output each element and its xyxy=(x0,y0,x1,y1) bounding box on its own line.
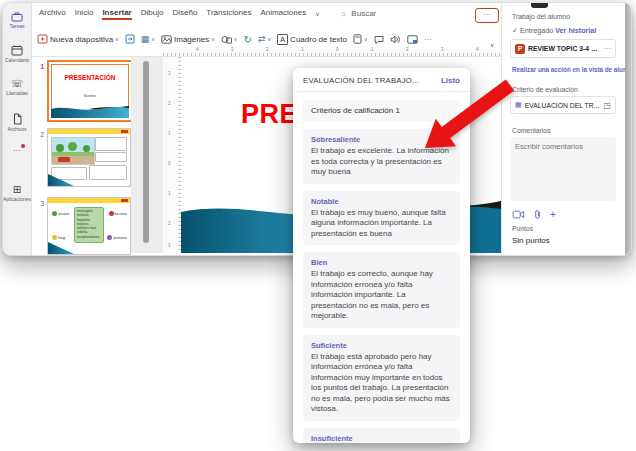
ribbon-more-button[interactable]: ··· xyxy=(475,8,499,23)
tab-inicio[interactable]: Inicio xyxy=(75,8,94,20)
briefcase-icon xyxy=(11,11,23,22)
chevron-down-icon: ∨ xyxy=(234,36,238,42)
table-icon: ▦ xyxy=(141,34,150,44)
textbox-icon: A xyxy=(277,34,288,45)
tab-dibujo[interactable]: Dibujo xyxy=(141,8,164,20)
vertical-scrollbar[interactable] xyxy=(143,61,149,243)
media-icon xyxy=(407,35,418,44)
thumb3-category-protozoa: protozoa xyxy=(107,235,127,240)
new-slide-button[interactable]: Nueva diapositiva∨ xyxy=(37,34,119,44)
phone-icon: ☏ xyxy=(11,79,24,89)
thumb2-textbox-2 xyxy=(95,152,127,162)
tab-animaciones[interactable]: Animaciones xyxy=(260,8,306,20)
reuse-slides-button[interactable] xyxy=(125,34,135,44)
comments-input[interactable] xyxy=(510,137,616,201)
search-placeholder: Buscar xyxy=(351,9,376,18)
thumb2-textbox-4 xyxy=(89,165,127,180)
points-label: Puntos xyxy=(512,225,533,232)
textbox-button[interactable]: A Cuadro de texto xyxy=(277,34,347,45)
header-footer-button[interactable]: ∨ xyxy=(353,34,368,44)
sidebar-item-label: Aplicaciones xyxy=(3,196,31,202)
sidebar-item-more[interactable]: ··· xyxy=(3,146,31,156)
panel-header-label: Trabajo del alumno xyxy=(512,13,570,20)
add-attachment-plus-icon[interactable]: + xyxy=(550,210,556,219)
calendar-icon xyxy=(11,45,23,56)
slide-thumbnail-1[interactable]: PRESENTACIÓN Nombre xyxy=(47,60,133,122)
file-more-button[interactable]: ··· xyxy=(604,45,611,52)
screen-recording-button[interactable] xyxy=(407,35,418,44)
more-apps-icon: ··· xyxy=(13,146,21,156)
insert-toolbar: Nueva diapositiva∨ ▦ ∨ Imágenes∨ ∨ ↻ ⇄ xyxy=(37,29,432,49)
rubric-level-bien[interactable]: Bien El trabajo es correcto, aunque hay … xyxy=(303,252,460,328)
thumb2-banner xyxy=(48,129,130,134)
sidebar-item-tareas[interactable]: Tareas xyxy=(3,11,31,29)
rubric-level-insuficiente[interactable]: Insuficiente xyxy=(303,428,460,444)
reuse-slides-icon xyxy=(125,34,135,44)
toolbar-more-button[interactable]: ··· xyxy=(424,35,432,44)
thumb2-illustration xyxy=(51,137,95,165)
slide-thumbnail-3[interactable]: meningitis malaria hepatitis tetanus ath… xyxy=(47,197,131,255)
student-view-action-link[interactable]: Realizar una acción en la vista de alumn… xyxy=(512,66,632,73)
ribbon-tabs: Archivo Inicio Insertar Dibujo Diseño Tr… xyxy=(39,8,320,20)
apps-grid-icon: ⊞ xyxy=(13,185,21,195)
vertical-ruler: 32 10 12 3 xyxy=(163,57,181,253)
comment-tools: + xyxy=(512,209,556,220)
thumb2-logo xyxy=(121,130,128,133)
shapes-button[interactable]: ∨ xyxy=(221,35,238,44)
video-camera-icon[interactable] xyxy=(512,210,525,219)
screenshot-stage: Tareas Calendario ☏ Llamadas Archivos ··… xyxy=(0,0,636,451)
slide-thumbnail-2[interactable] xyxy=(47,128,131,187)
submission-status: ✓ Entregado Ver historial xyxy=(512,26,596,35)
criteria-label: Criterio de evaluación xyxy=(512,86,578,93)
thumb2-textbox-1 xyxy=(95,137,127,151)
chevron-down-icon: ∨ xyxy=(115,36,119,42)
page-icon xyxy=(353,34,362,44)
smartart-icon: ⇄ xyxy=(258,34,266,44)
thumb3-category-fungi: fungi xyxy=(52,235,66,240)
horizontal-ruler: 43 21 01 23 4 xyxy=(163,47,501,56)
check-icon: ✓ xyxy=(512,26,518,35)
tab-archivo[interactable]: Archivo xyxy=(39,8,66,20)
sidebar-item-label: Tareas xyxy=(9,23,24,29)
sidebar-item-calendario[interactable]: Calendario xyxy=(3,45,31,63)
audio-button[interactable] xyxy=(390,35,401,44)
new-slide-icon xyxy=(37,34,48,44)
notification-dot xyxy=(21,144,25,148)
powerpoint-file-icon: P xyxy=(515,44,525,54)
sidebar-item-archivos[interactable]: Archivos xyxy=(3,113,31,132)
open-rubric-popout-icon[interactable]: ◳ xyxy=(603,101,611,110)
rubric-level-notable[interactable]: Notable El trabajo es muy bueno, aunque … xyxy=(303,191,460,246)
submitted-file-card[interactable]: P REVIEW TOPIC 3-4 SCI... ··· xyxy=(510,39,616,58)
rubric-criteria-box[interactable]: ▦ EVALUACIÓN DEL TR... ◳ xyxy=(510,96,616,114)
sidebar-item-aplicaciones[interactable]: ⊞ Aplicaciones xyxy=(3,185,31,202)
paperclip-icon[interactable] xyxy=(533,209,542,220)
view-history-link[interactable]: Ver historial xyxy=(555,26,596,35)
tab-diseno[interactable]: Diseño xyxy=(172,8,197,20)
thumb1-wave-graphic xyxy=(51,105,129,118)
images-button[interactable]: Imágenes∨ xyxy=(161,35,215,44)
file-name: REVIEW TOPIC 3-4 SCI... xyxy=(528,45,601,52)
top-handle xyxy=(531,3,548,8)
smartart-button[interactable]: ⇄ ∨ xyxy=(258,34,271,44)
file-icon xyxy=(12,113,23,125)
comment-button[interactable] xyxy=(374,35,384,44)
comment-icon xyxy=(374,35,384,44)
tab-insertar[interactable]: Insertar xyxy=(102,8,131,20)
tab-transiciones[interactable]: Transiciones xyxy=(206,8,251,20)
sidebar-item-llamadas[interactable]: ☏ Llamadas xyxy=(3,79,31,96)
rubric-level-suficiente[interactable]: Suficiente El trabajo está aprobado pero… xyxy=(303,335,460,421)
thumbnail-number-2: 2 xyxy=(36,131,44,138)
thumb3-teal-corner xyxy=(48,242,74,254)
lightbulb-icon: ☼ xyxy=(340,9,347,18)
search-box[interactable]: ☼ Buscar xyxy=(340,9,376,18)
table-button[interactable]: ▦ ∨ xyxy=(141,34,155,44)
sidebar-item-label: Calendario xyxy=(5,57,29,63)
rubric-name: EVALUACIÓN DEL TR... xyxy=(525,102,601,109)
thumb3-logo xyxy=(121,199,128,202)
chevron-down-icon: ∨ xyxy=(211,36,215,42)
thumb3-disease-list: meningitis malaria hepatitis tetanus ath… xyxy=(74,207,104,243)
3d-models-button[interactable]: ↻ xyxy=(244,34,252,45)
tabs-overflow-chevron-icon[interactable]: ∨ xyxy=(315,10,319,20)
window-edge-strip xyxy=(625,3,631,255)
app-rail: Tareas Calendario ☏ Llamadas Archivos ··… xyxy=(3,3,32,255)
